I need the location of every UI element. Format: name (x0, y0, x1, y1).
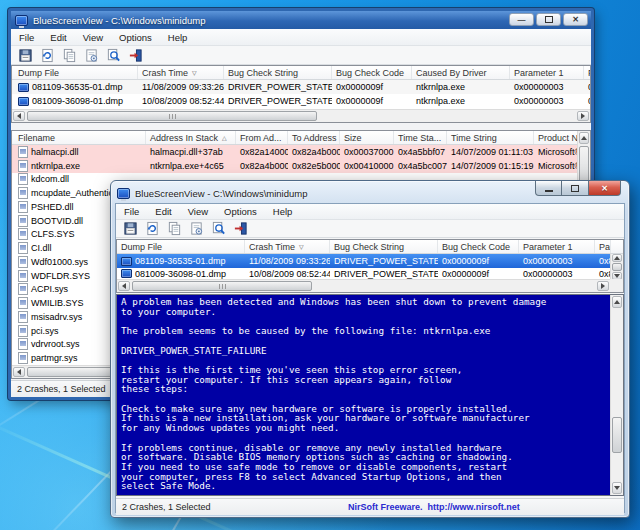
cell-filename: vdrvroot.sys (31, 339, 80, 349)
close-button[interactable]: ✕ (563, 13, 588, 26)
table-row-selected[interactable]: 081109-36535-01.dmp 11/08/2009 09:33:26 … (117, 254, 623, 268)
copy-button[interactable] (165, 221, 183, 237)
menu-view[interactable]: View (75, 29, 111, 45)
col-from-address[interactable]: From Ad... (238, 131, 288, 144)
scroll-up-button[interactable] (612, 254, 622, 262)
cell-filename: ntkrnlpa.exe (31, 161, 80, 171)
system-file-icon (18, 201, 28, 213)
cell-parameter-1: 0x00000003 (521, 254, 595, 268)
table-row[interactable]: 081109-36535-01.dmp 11/08/2009 09:33:26 … (12, 80, 590, 94)
properties-button[interactable] (187, 221, 205, 237)
foreground-window[interactable]: BlueScreenView - C:\Windows\minidump ✕ F… (110, 180, 630, 518)
scroll-left-button[interactable] (13, 367, 25, 377)
window-controls: ✕ (535, 181, 621, 196)
menu-edit[interactable]: Edit (147, 204, 179, 219)
cell-address-in-stack: halmacpi.dll+37ab (148, 145, 236, 159)
table-row[interactable]: 081009-36098-01.dmp 10/08/2009 08:52:44 … (117, 268, 623, 279)
cell-filename: mcupdate_Authentic (31, 188, 113, 198)
scrollbar-thumb[interactable] (612, 263, 622, 271)
cell-time-stamp: 0x4a5bbf07 (396, 145, 447, 159)
col-size[interactable]: Size (342, 131, 394, 144)
menu-edit[interactable]: Edit (42, 29, 74, 45)
vertical-scrollbar[interactable] (610, 254, 623, 280)
scroll-down-button[interactable] (612, 482, 622, 494)
scroll-left-button[interactable] (13, 111, 25, 121)
menu-help[interactable]: Help (160, 29, 196, 45)
cell-parameter-2: 0 (586, 80, 591, 94)
menu-options[interactable]: Options (216, 204, 265, 219)
col-to-address[interactable]: To Address (290, 131, 340, 144)
scrollbar-thumb[interactable] (27, 111, 317, 121)
scroll-up-button[interactable] (579, 132, 589, 144)
refresh-button[interactable] (143, 221, 161, 237)
scroll-left-button[interactable] (118, 281, 130, 291)
arrow-down-icon (614, 274, 620, 278)
find-button[interactable] (104, 47, 122, 63)
col-dump-file[interactable]: Dump File (119, 240, 245, 253)
menu-file[interactable]: File (116, 204, 147, 219)
crash-list-header: Dump File Crash Time▽ Bug Check String B… (12, 66, 590, 80)
col-product-name[interactable]: Product Name (536, 131, 582, 144)
scrollbar-thumb[interactable] (612, 417, 622, 453)
refresh-button[interactable] (38, 47, 56, 63)
cell-bug-check-code: 0x0000009f (334, 80, 412, 94)
close-button[interactable]: ✕ (588, 181, 621, 196)
system-file-icon (18, 187, 28, 199)
col-dump-file[interactable]: Dump File (16, 66, 138, 79)
col-crash-time[interactable]: Crash Time▽ (140, 66, 224, 79)
scroll-right-button[interactable] (597, 281, 609, 291)
col-parameter-1[interactable]: Parameter 1 (512, 66, 584, 79)
exit-button[interactable] (126, 47, 144, 63)
menu-help[interactable]: Help (265, 204, 301, 219)
horizontal-scrollbar[interactable] (12, 109, 590, 122)
col-caused-by-driver[interactable]: Caused By Driver (414, 66, 510, 79)
dump-file-icon (121, 269, 132, 278)
maximize-button[interactable] (536, 13, 561, 26)
cell-parameter-2: 0x8570 (597, 268, 611, 279)
col-parameter-2[interactable]: Param (597, 240, 611, 253)
menu-options[interactable]: Options (111, 29, 160, 45)
col-parameter-2[interactable]: P (586, 66, 591, 79)
table-row[interactable]: halmacpi.dll halmacpi.dll+37ab 0x82a1400… (12, 145, 590, 159)
col-crash-time[interactable]: Crash Time▽ (247, 240, 330, 253)
restore-button[interactable] (562, 181, 588, 196)
menu-file[interactable]: File (11, 29, 42, 45)
dump-file-icon (121, 257, 132, 266)
exit-icon (233, 221, 248, 236)
menu-view[interactable]: View (180, 204, 216, 219)
table-row[interactable]: ntkrnlpa.exe ntkrnlpa.exe+4c65 0x82a4b00… (12, 159, 590, 173)
scroll-right-button[interactable] (577, 111, 589, 121)
minimize-button[interactable]: — (509, 13, 534, 26)
find-icon (211, 221, 226, 236)
scrollbar-thumb[interactable] (132, 281, 312, 291)
save-button[interactable] (121, 221, 139, 237)
col-bug-check-code[interactable]: Bug Check Code (440, 240, 519, 253)
title-bar[interactable]: BlueScreenView - C:\Windows\minidump (117, 184, 307, 202)
dump-file-icon (18, 97, 29, 106)
save-button[interactable] (16, 47, 34, 63)
cell-filename: WMILIB.SYS (31, 298, 84, 308)
cell-parameter-2: 0x8573 (597, 254, 611, 268)
properties-button[interactable] (82, 47, 100, 63)
col-address-in-stack[interactable]: Address In Stack△ (148, 131, 236, 144)
col-time-stamp[interactable]: Time Sta... (396, 131, 447, 144)
cell-bug-check-string: DRIVER_POWER_STATE_... (332, 254, 438, 268)
vertical-scrollbar[interactable] (610, 295, 623, 495)
scroll-up-button[interactable] (612, 296, 622, 308)
title-bar[interactable]: BlueScreenView - C:\Windows\minidump (11, 11, 591, 29)
table-row[interactable]: 081009-36098-01.dmp 10/08/2009 08:52:44 … (12, 94, 590, 108)
exit-button[interactable] (231, 221, 249, 237)
copy-button[interactable] (60, 47, 78, 63)
col-bug-check-string[interactable]: Bug Check String (226, 66, 332, 79)
arrow-left-icon (17, 113, 21, 119)
col-filename[interactable]: Filename (16, 131, 146, 144)
horizontal-scrollbar[interactable] (117, 279, 610, 292)
nirsoft-link[interactable]: NirSoft Freeware. http://www.nirsoft.net (348, 502, 520, 512)
col-time-string[interactable]: Time String (449, 131, 534, 144)
find-button[interactable] (209, 221, 227, 237)
col-bug-check-string[interactable]: Bug Check String (332, 240, 438, 253)
minimize-button[interactable] (535, 181, 562, 196)
cell-filename: CLFS.SYS (31, 229, 75, 239)
col-parameter-1[interactable]: Parameter 1 (521, 240, 595, 253)
col-bug-check-code[interactable]: Bug Check Code (334, 66, 412, 79)
